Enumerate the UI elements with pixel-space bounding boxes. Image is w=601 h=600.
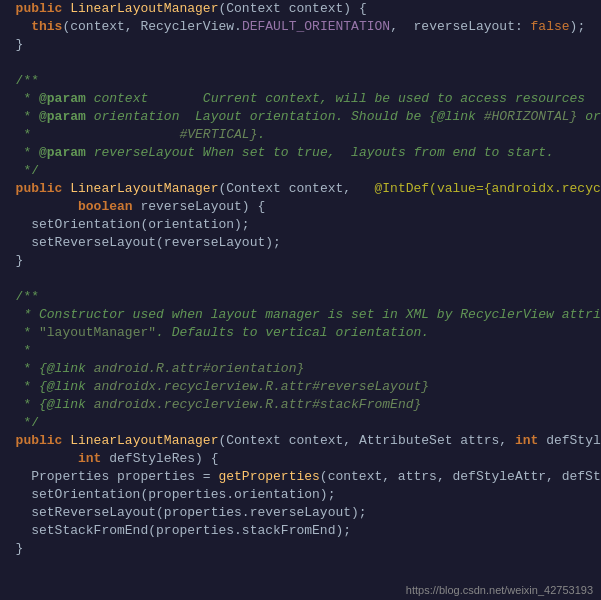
line-content: /** [0, 72, 601, 90]
code-line: boolean reverseLayout) { [0, 198, 601, 216]
code-line: public LinearLayoutManager(Context conte… [0, 180, 601, 198]
line-content: Properties properties = getProperties(co… [0, 468, 601, 486]
code-line: public LinearLayoutManager(Context conte… [0, 0, 601, 18]
code-line: this(context, RecyclerView.DEFAULT_ORIEN… [0, 18, 601, 36]
code-line [0, 54, 601, 72]
line-content: setReverseLayout(reverseLayout); [0, 234, 601, 252]
code-line: public LinearLayoutManager(Context conte… [0, 432, 601, 450]
line-content: } [0, 252, 601, 270]
code-line: setReverseLayout(properties.reverseLayou… [0, 504, 601, 522]
line-content: this(context, RecyclerView.DEFAULT_ORIEN… [0, 18, 601, 36]
code-editor: public LinearLayoutManager(Context conte… [0, 0, 601, 600]
code-line: setOrientation(properties.orientation); [0, 486, 601, 504]
line-content: public LinearLayoutManager(Context conte… [0, 432, 601, 450]
code-line: * @param reverseLayout When set to true,… [0, 144, 601, 162]
code-line: setStackFromEnd(properties.stackFromEnd)… [0, 522, 601, 540]
watermark: https://blog.csdn.net/weixin_42753193 [406, 584, 593, 596]
code-line: * #VERTICAL}. [0, 126, 601, 144]
code-line: * [0, 342, 601, 360]
line-content: * {@link androidx.recyclerview.R.attr#st… [0, 396, 601, 414]
line-content: } [0, 540, 601, 558]
line-content: */ [0, 414, 601, 432]
line-content: * @param orientation Layout orientation.… [0, 108, 601, 126]
code-line: } [0, 36, 601, 54]
line-content: * {@link androidx.recyclerview.R.attr#re… [0, 378, 601, 396]
code-line: * @param context Current context, will b… [0, 90, 601, 108]
line-content: */ [0, 162, 601, 180]
line-content: * Constructor used when layout manager i… [0, 306, 601, 324]
code-line: */ [0, 414, 601, 432]
code-line [0, 270, 601, 288]
line-content: setOrientation(properties.orientation); [0, 486, 601, 504]
code-line: /** [0, 72, 601, 90]
code-line: * {@link android.R.attr#orientation} [0, 360, 601, 378]
line-content: int defStyleRes) { [0, 450, 601, 468]
line-content: * #VERTICAL}. [0, 126, 601, 144]
code-line: * "layoutManager". Defaults to vertical … [0, 324, 601, 342]
line-content: public LinearLayoutManager(Context conte… [0, 180, 601, 198]
line-content: setReverseLayout(properties.reverseLayou… [0, 504, 601, 522]
code-line: * {@link androidx.recyclerview.R.attr#re… [0, 378, 601, 396]
line-content [0, 54, 601, 72]
line-content: public LinearLayoutManager(Context conte… [0, 0, 601, 18]
line-content: * @param context Current context, will b… [0, 90, 601, 108]
code-line: setReverseLayout(reverseLayout); [0, 234, 601, 252]
line-content: /** [0, 288, 601, 306]
line-content [0, 270, 601, 288]
code-line: setOrientation(orientation); [0, 216, 601, 234]
line-content: boolean reverseLayout) { [0, 198, 601, 216]
code-line: * Constructor used when layout manager i… [0, 306, 601, 324]
code-line: * @param orientation Layout orientation.… [0, 108, 601, 126]
code-line: /** [0, 288, 601, 306]
line-content: setOrientation(orientation); [0, 216, 601, 234]
line-content: * "layoutManager". Defaults to vertical … [0, 324, 601, 342]
code-line: } [0, 540, 601, 558]
code-line: int defStyleRes) { [0, 450, 601, 468]
line-content: setStackFromEnd(properties.stackFromEnd)… [0, 522, 601, 540]
code-line: */ [0, 162, 601, 180]
line-content: * [0, 342, 601, 360]
line-content: * @param reverseLayout When set to true,… [0, 144, 601, 162]
line-content: * {@link android.R.attr#orientation} [0, 360, 601, 378]
code-line: } [0, 252, 601, 270]
code-line: * {@link androidx.recyclerview.R.attr#st… [0, 396, 601, 414]
line-content: } [0, 36, 601, 54]
code-line: Properties properties = getProperties(co… [0, 468, 601, 486]
